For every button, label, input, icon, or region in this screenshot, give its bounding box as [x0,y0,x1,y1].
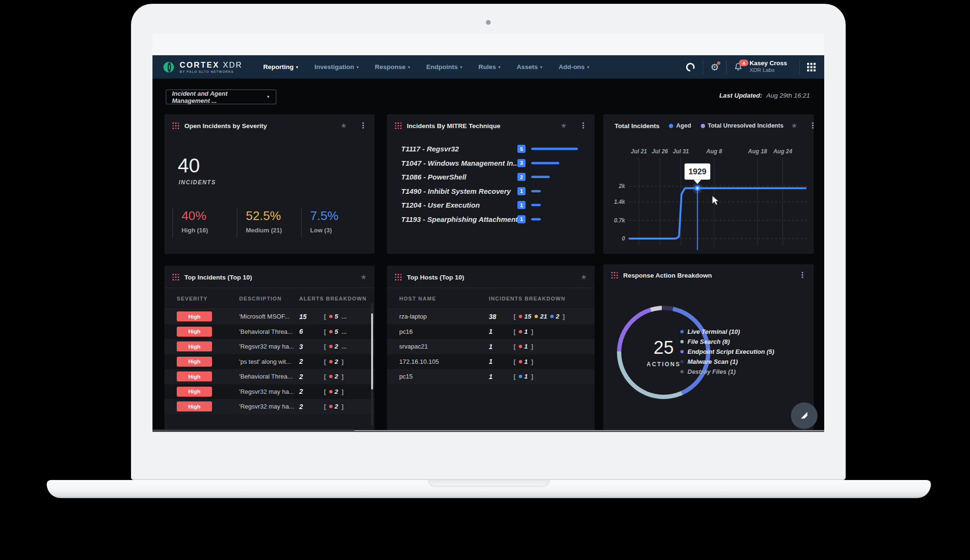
incidents-breakdown: [15212] [514,313,595,320]
scrollbar-thumb[interactable] [371,313,373,390]
menu-item-rules[interactable]: Rules▾ [478,63,500,70]
brand-subtitle: BY PALO ALTO NETWORKS [180,70,242,73]
menu-item-response[interactable]: Response▾ [375,63,410,70]
mitre-row[interactable]: T1490 - Inhibit System Recovery 1 [387,184,595,199]
host-name: rza-laptop [387,313,489,320]
severity-dot [329,315,333,318]
severity-badge[interactable]: High [177,341,212,351]
severity-dot [519,315,522,318]
alerts-breakdown: [2] [324,358,374,365]
svg-text:1929: 1929 [688,167,707,176]
legend-item[interactable]: Malware Scan (1) [680,358,774,365]
user-menu[interactable]: Kasey Cross XDR Labs [749,60,787,73]
table-row[interactable]: High 'Microsoft MSOF... 15 [5... [164,309,374,324]
table-row[interactable]: High 'Regsvr32 may ha... 2 [2] [164,384,374,400]
severity-badge[interactable]: High [177,311,212,321]
table-row[interactable]: High 'Behavioral Threa... 6 [5... [164,324,374,340]
favorite-star-icon[interactable]: ★ [791,121,797,130]
incident-description: 'Regsvr32 may ha... [239,403,299,410]
alerts-breakdown: [2] [324,403,374,410]
severity-badge[interactable]: High [177,327,212,337]
legend-aged[interactable]: Aged [669,122,691,129]
legend-item[interactable]: Live Terminal (10) [680,328,774,335]
severity-dot [535,315,538,318]
dashboard-body: Incident and Agent Management ... ▼ Last… [152,79,824,432]
favorite-star-icon[interactable]: ★ [561,121,567,130]
table-row[interactable]: pc16 1 [1] [387,324,595,340]
legend-item[interactable]: Endpoint Script Execution (5) [680,348,774,355]
technique-label: T1204 - User Execution [401,201,517,209]
brand-logo[interactable]: CORTEX XDR BY PALO ALTO NETWORKS [162,60,242,74]
count-badge: 2 [517,173,525,181]
column-incidents-breakdown: INCIDENTS BREAKDOWN [489,296,595,301]
incidents-breakdown: [1] [514,373,595,380]
severity-dot [519,330,522,333]
divider [799,60,800,74]
mitre-row[interactable]: T1047 - Windows Management In... 3 [387,156,595,170]
incident-description: 'Behavioral Threa... [239,328,299,335]
legend-item[interactable]: Destroy Files (1) [680,368,774,375]
table-row[interactable]: 172.16.10.105 1 [1] [387,354,595,370]
kebab-menu-icon[interactable]: ⋮ [579,123,587,129]
mitre-row[interactable]: T1193 - Spearphishing Attachment 1 [387,212,595,227]
menu-item-add-ons[interactable]: Add-ons▾ [558,63,589,70]
stat-high: 40% High (16) [172,208,237,238]
mitre-row[interactable]: T1117 - Regsvr32 5 [387,142,595,156]
stat-medium: 52.5% Medium (21) [237,208,301,238]
table-row[interactable]: rza-laptop 38 [15212] [387,309,595,324]
table-row[interactable]: srvapac21 1 [1] [387,339,595,354]
notifications-bell-icon[interactable]: 4 [734,62,743,71]
legend-unresolved[interactable]: Total Unresolved Incidents [701,122,784,129]
laptop-notch [428,480,550,487]
incident-count: 1 [489,358,514,365]
panel-title: Top Incidents (Top 10) [184,274,252,281]
severity-badge[interactable]: High [177,387,212,397]
incident-count: 1 [489,343,514,350]
incident-description: 'Regsvr32 may ha... [239,343,299,350]
panel-total-incidents: Total Incidents Aged Total Unresolved In… [603,114,814,254]
settings-gear-icon[interactable]: ⚙ [710,62,719,72]
kebab-menu-icon[interactable]: ⋮ [809,123,817,129]
menu-item-endpoints[interactable]: Endpoints▾ [426,63,463,70]
count-bar [531,176,550,178]
alert-count: 15 [299,313,324,320]
svg-text:2k: 2k [618,183,626,190]
mitre-row[interactable]: T1086 - PowerShell 2 [387,170,595,184]
menu-item-assets[interactable]: Assets▾ [517,63,543,70]
table-row[interactable]: High 'Regsvr32 may ha... 2 [2] [164,399,374,414]
severity-badge[interactable]: High [177,371,212,381]
incident-count: 1 [489,328,514,335]
count-bar [531,148,578,150]
feedback-chat-button[interactable] [791,402,818,429]
cortex-logo-icon [162,60,175,74]
chevron-down-icon: ▾ [498,65,501,70]
table-row[interactable]: High 'Regsvr32 may ha... 3 [2... [164,339,374,354]
legend-item[interactable]: File Search (8) [680,338,774,345]
favorite-star-icon[interactable]: ★ [581,273,587,281]
favorite-star-icon[interactable]: ★ [341,121,347,130]
chevron-down-icon: ▾ [587,65,589,70]
total-incidents-line-chart[interactable]: Jul 21Jul 26Jul 31Aug 8Aug 18Aug 2400.7k… [603,133,814,252]
kebab-menu-icon[interactable]: ⋮ [798,272,806,279]
assistant-ring-icon[interactable] [685,62,696,72]
apps-grid-icon[interactable] [807,63,816,71]
panel-title: Total Incidents [615,122,659,130]
divider [703,60,703,74]
svg-text:Aug 24: Aug 24 [773,148,792,155]
kebab-menu-icon[interactable]: ⋮ [359,123,367,129]
menu-item-reporting[interactable]: Reporting▾ [263,63,298,70]
widget-grid-icon [172,122,180,130]
horizontal-scrollbar-thumb[interactable] [152,430,354,432]
favorite-star-icon[interactable]: ★ [361,273,367,281]
table-row[interactable]: pc15 1 [1] [387,369,595,384]
table-row[interactable]: High 'Behavioral Threa... 2 [2] [164,369,374,384]
horizontal-scrollbar-track[interactable] [354,430,824,431]
donut-legend: Live Terminal (10) File Search (8) Endpo… [680,328,774,378]
severity-badge[interactable]: High [177,357,212,367]
menu-item-investigation[interactable]: Investigation▾ [314,63,359,70]
table-row[interactable]: High 'ps test' along wit... 2 [2] [164,354,374,370]
severity-badge[interactable]: High [177,401,212,411]
dashboard-select[interactable]: Incident and Agent Management ... ▼ [166,90,276,104]
mitre-row[interactable]: T1204 - User Execution 1 [387,198,595,212]
svg-text:1.4k: 1.4k [614,199,626,205]
